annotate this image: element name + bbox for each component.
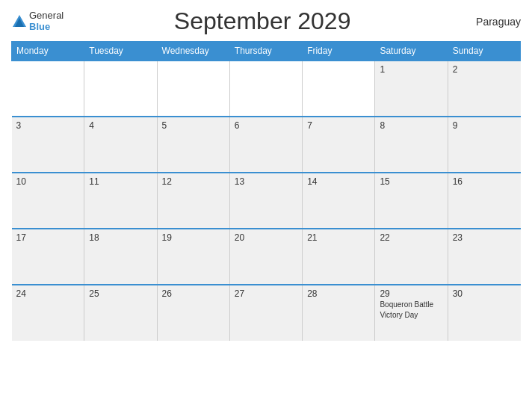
day-number: 29 [380,288,442,299]
week-row-3: 10111213141516 [12,173,521,229]
day-number: 24 [16,288,80,299]
day-cell-w1-d6: 1 [375,61,448,117]
calendar-header: Monday Tuesday Wednesday Thursday Friday… [12,42,521,61]
day-cell-w1-d1 [12,61,84,117]
day-cell-w5-d3: 26 [157,285,229,341]
day-number: 12 [162,176,225,187]
col-friday: Friday [303,42,375,61]
day-cell-w3-d1: 10 [12,173,84,229]
day-number: 16 [453,176,516,187]
day-cell-w4-d4: 20 [229,229,302,285]
day-number: 1 [380,64,442,75]
day-cell-w5-d5: 28 [303,285,375,341]
day-cell-w4-d3: 19 [157,229,229,285]
week-row-1: 12 [12,61,521,117]
day-cell-w5-d4: 27 [229,285,302,341]
day-number: 15 [380,176,442,187]
day-cell-w5-d6: 29Boqueron Battle Victory Day [375,285,448,341]
col-monday: Monday [12,42,84,61]
day-cell-w5-d7: 30 [448,285,520,341]
col-wednesday: Wednesday [157,42,229,61]
day-cell-w3-d6: 15 [375,173,448,229]
logo: General Blue [11,10,64,32]
day-cell-w2-d3: 5 [157,117,229,173]
day-cell-w2-d6: 8 [375,117,448,173]
day-cell-w4-d6: 22 [375,229,448,285]
day-number: 22 [380,232,442,243]
day-number: 26 [162,288,225,299]
day-number: 25 [89,288,152,299]
day-number: 28 [307,288,370,299]
day-cell-w4-d2: 18 [84,229,157,285]
day-cell-w2-d5: 7 [303,117,375,173]
days-of-week-row: Monday Tuesday Wednesday Thursday Friday… [12,42,521,61]
page: General Blue September 2029 Paraguay Mon… [0,0,532,411]
day-number: 2 [453,64,516,75]
day-number: 27 [235,288,297,299]
day-cell-w3-d7: 16 [448,173,520,229]
day-number: 30 [453,288,516,299]
day-number: 10 [16,176,80,187]
day-cell-w4-d1: 17 [12,229,84,285]
col-saturday: Saturday [375,42,448,61]
day-cell-w4-d5: 21 [303,229,375,285]
day-number: 9 [453,120,516,131]
country-label: Paraguay [461,16,521,28]
day-cell-w5-d1: 24 [12,285,84,341]
day-cell-w1-d3 [157,61,229,117]
day-cell-w1-d2 [84,61,157,117]
day-cell-w3-d2: 11 [84,173,157,229]
col-tuesday: Tuesday [84,42,157,61]
day-number: 5 [162,120,225,131]
day-cell-w4-d7: 23 [448,229,520,285]
day-cell-w2-d4: 6 [229,117,302,173]
week-row-2: 3456789 [12,117,521,173]
day-number: 7 [307,120,370,131]
day-cell-w2-d1: 3 [12,117,84,173]
day-number: 23 [453,232,516,243]
day-cell-w3-d3: 12 [157,173,229,229]
day-number: 8 [380,120,442,131]
day-number: 20 [235,232,297,243]
logo-icon [11,13,28,30]
day-cell-w1-d7: 2 [448,61,520,117]
day-number: 19 [162,232,225,243]
day-cell-w5-d2: 25 [84,285,157,341]
calendar-title: September 2029 [64,7,461,35]
col-sunday: Sunday [448,42,520,61]
event-label: Boqueron Battle Victory Day [380,300,433,319]
day-number: 11 [89,176,152,187]
day-number: 18 [89,232,152,243]
day-cell-w3-d4: 13 [229,173,302,229]
day-number: 13 [235,176,297,187]
col-thursday: Thursday [229,42,302,61]
logo-general-text: General [29,10,64,21]
day-cell-w1-d5 [303,61,375,117]
day-number: 21 [307,232,370,243]
day-number: 4 [89,120,152,131]
day-cell-w1-d4 [229,61,302,117]
day-number: 6 [235,120,297,131]
day-number: 17 [16,232,80,243]
day-number: 14 [307,176,370,187]
logo-blue-text: Blue [29,22,64,32]
day-cell-w2-d7: 9 [448,117,520,173]
calendar-body: 1234567891011121314151617181920212223242… [12,61,521,341]
day-number: 3 [16,120,80,131]
day-cell-w3-d5: 14 [303,173,375,229]
week-row-5: 242526272829Boqueron Battle Victory Day3… [12,285,521,341]
week-row-4: 17181920212223 [12,229,521,285]
day-cell-w2-d2: 4 [84,117,157,173]
logo-text: General Blue [29,10,64,32]
calendar-table: Monday Tuesday Wednesday Thursday Friday… [11,41,521,341]
header: General Blue September 2029 Paraguay [11,7,521,35]
